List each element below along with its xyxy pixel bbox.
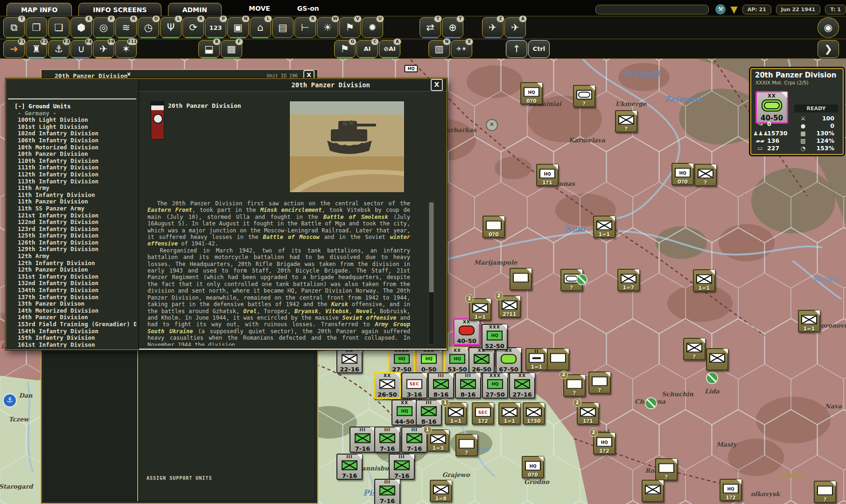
load-screen-button[interactable]: ❏: [48, 17, 70, 38]
tab-gs-on[interactable]: GS-on: [297, 5, 319, 12]
message-input[interactable]: [595, 5, 709, 14]
unit-list-item[interactable]: 121st Infantry Division: [14, 212, 136, 219]
unit-list-item[interactable]: 101st Light Division: [14, 124, 136, 131]
unit-list-item[interactable]: 134th Infantry Division: [14, 287, 136, 294]
unit-counter[interactable]: XXXHQ52-50: [482, 324, 508, 350]
unit-counter[interactable]: HQ1?22: [593, 432, 615, 455]
air-auto-button[interactable]: ✈A: [504, 17, 526, 38]
city-production-button[interactable]: ▤: [272, 17, 294, 38]
unit-counter[interactable]: III7-16: [336, 454, 363, 480]
jump-map-button[interactable]: ⧉T: [3, 17, 25, 38]
air-attack-button[interactable]: ✈✶X: [451, 40, 472, 58]
scroll-map-right-button[interactable]: ❯: [818, 40, 839, 58]
unit-list-item[interactable]: 161st Infantry Divison: [14, 342, 136, 348]
amphibious-button[interactable]: ∪F4: [70, 40, 92, 58]
unit-list-item[interactable]: 125th Infantry Division: [14, 232, 136, 239]
close-icon[interactable]: X: [431, 79, 443, 91]
ground-units-tree-header[interactable]: [-] Ground Units: [14, 103, 136, 110]
unit-counter[interactable]: XX26-50: [468, 347, 495, 373]
unit-counter[interactable]: HQ0?0: [522, 456, 544, 478]
unit-counter[interactable]: SEC3-16: [401, 372, 427, 399]
flag-orders-button[interactable]: ⚑G: [334, 40, 356, 58]
unit-counter[interactable]: XXXXHQ27-50: [388, 347, 415, 374]
unit-counter[interactable]: XX67-50: [496, 347, 522, 373]
unit-list-item[interactable]: 100th Light Division: [14, 117, 136, 124]
unit-counter[interactable]: 1=31: [427, 429, 449, 452]
unit-counter[interactable]: HQ1?2: [720, 479, 742, 501]
unit-counter[interactable]: ?: [694, 164, 717, 186]
unit-list-item[interactable]: 12th Panzer Division: [14, 266, 136, 273]
unit-counter[interactable]: III8-16: [455, 372, 481, 399]
unit-counter[interactable]: HQ0?0: [520, 82, 543, 105]
unit-list-item[interactable]: 14th Motorized Division: [14, 308, 136, 315]
unit-counter[interactable]: ?: [683, 338, 706, 360]
compass-button[interactable]: ◉: [818, 17, 839, 38]
naval-transport-button[interactable]: ⚓F3: [48, 40, 70, 58]
unit-list-item[interactable]: 111th Infantry Division: [14, 164, 136, 171]
unit-counter[interactable]: XXHQ44-50: [392, 399, 418, 426]
unit-counter[interactable]: 1?30: [523, 402, 545, 425]
rail-damage-button[interactable]: ≋R: [115, 17, 137, 38]
unit-counter[interactable]: III8-16: [416, 399, 442, 426]
unit-counter[interactable]: [547, 348, 569, 371]
unit-counter[interactable]: XX22-16: [336, 347, 363, 373]
unit-list-item[interactable]: 110th Infantry Division: [14, 158, 136, 165]
air-strike-mode-button[interactable]: ✶F11: [115, 40, 137, 58]
unit-counter[interactable]: 1=8: [430, 480, 452, 502]
unit-list-item[interactable]: 112th Infantry Division: [14, 171, 136, 178]
unit-list-item[interactable]: 15th Infantry Division: [14, 335, 136, 342]
unit-list-item[interactable]: 11th Panzer Division: [14, 198, 136, 205]
ai-move-button[interactable]: AIC: [357, 40, 378, 58]
airfield-icon[interactable]: ✕: [486, 119, 498, 131]
unit-list-item[interactable]: 102nd Infantry Division: [14, 130, 136, 137]
unit-counter[interactable]: III7-16: [374, 427, 400, 453]
unit-list-item[interactable]: 106th Infantry Division: [14, 137, 136, 144]
unit-counter[interactable]: XX27-16: [509, 372, 535, 399]
unit-list-item[interactable]: 11th Army: [14, 185, 136, 192]
resize-window-button[interactable]: ⬓B: [198, 40, 220, 58]
unit-counter[interactable]: XX26-50: [374, 372, 401, 399]
radio-intel-button[interactable]: ΨL: [160, 17, 182, 38]
unit-list-item[interactable]: 113th Infantry Division: [14, 178, 136, 185]
unit-list-item[interactable]: 153rd Field Training (Grenadier) Di: [14, 321, 136, 328]
air-transfer-button[interactable]: ⇄T: [420, 17, 441, 38]
unit-counter[interactable]: ?: [455, 434, 478, 456]
partisan-icon[interactable]: [645, 397, 657, 409]
unit-counter[interactable]: 1=12: [469, 298, 491, 321]
unit-counter[interactable]: XX 40-50: [755, 91, 788, 124]
save-screen-button[interactable]: ❐: [26, 17, 47, 38]
unit-list-item[interactable]: 129th Infantry Division: [14, 246, 136, 253]
naval-mine-button[interactable]: ✹U: [362, 17, 383, 38]
unit-list-item[interactable]: 154th Infantry Division: [14, 328, 136, 335]
settings-wrench-icon[interactable]: ⚒: [715, 4, 726, 14]
selected-unit-panel[interactable]: 20th Panzer Division XXXIX Mot. Crps (2/…: [750, 68, 844, 155]
commanders-report-button[interactable]: ▥N: [428, 40, 450, 58]
unit-counter[interactable]: III7-16: [374, 479, 400, 504]
unit-counter[interactable]: ?: [615, 110, 637, 133]
ai-disable-button[interactable]: ⊘AIA: [379, 40, 400, 58]
unit-counter[interactable]: II1=1: [525, 348, 548, 371]
unit-counter[interactable]: 1=1: [798, 310, 820, 332]
hex-info-button[interactable]: ⬢E: [70, 17, 92, 38]
unit-counter[interactable]: ?: [655, 458, 678, 481]
weather-button[interactable]: ☀W: [317, 17, 338, 38]
fortification-button[interactable]: ◎F: [93, 17, 114, 38]
unit-list-item[interactable]: 126th Infantry Division: [14, 239, 136, 246]
tab-admin[interactable]: ADMIN: [168, 3, 222, 16]
unit-counter[interactable]: 1?12: [577, 402, 599, 425]
unit-list-item[interactable]: 12th Infantry Division: [14, 260, 136, 267]
reload-button[interactable]: ⟳R: [182, 17, 204, 38]
unit-modes-button[interactable]: ▣N: [227, 17, 249, 38]
air-mission-button[interactable]: ✈Z: [482, 17, 503, 38]
unit-list-item[interactable]: 123rd Infantry Division: [14, 226, 136, 233]
unit-counter[interactable]: ?: [814, 481, 836, 503]
counter-values-button[interactable]: 123P: [205, 17, 226, 38]
victory-flag-button[interactable]: ⚑V: [339, 17, 361, 38]
unit-counter[interactable]: HQ0?0: [671, 163, 694, 185]
factory-button[interactable]: ⌂L: [250, 17, 271, 38]
signpost-button[interactable]: ⊢R: [294, 17, 316, 38]
unit-list-item[interactable]: 11th SS Panzer Army: [14, 205, 136, 212]
unit-list-item[interactable]: 10th Panzer Division: [14, 151, 136, 158]
unit-counter[interactable]: [706, 348, 728, 371]
unit-counter[interactable]: 1=1: [498, 402, 521, 425]
